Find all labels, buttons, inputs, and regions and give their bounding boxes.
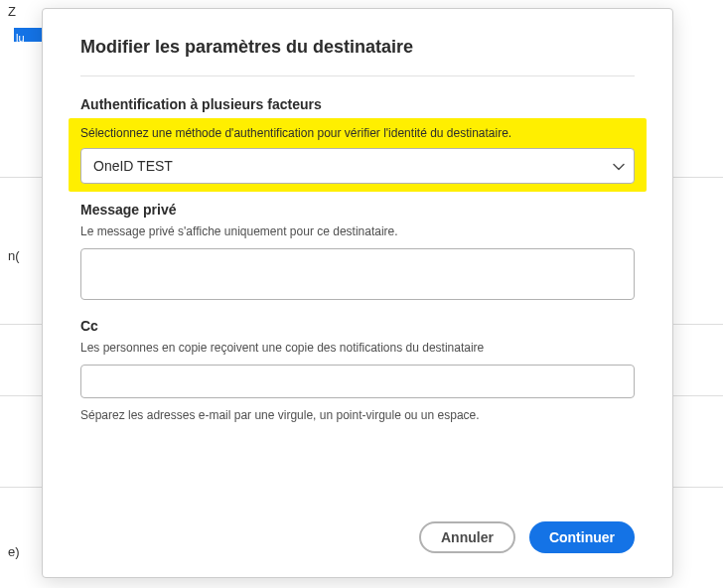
private-message-section: Message privé Le message privé s'affiche… bbox=[80, 202, 635, 304]
cc-help: Les personnes en copie reçoivent une cop… bbox=[80, 340, 635, 357]
continue-button[interactable]: Continuer bbox=[529, 521, 635, 553]
modal-footer: Annuler Continuer bbox=[80, 502, 635, 553]
auth-highlight: Sélectionnez une méthode d'authentificat… bbox=[69, 118, 647, 192]
auth-help-text: Sélectionnez une méthode d'authentificat… bbox=[80, 126, 635, 140]
private-message-input[interactable] bbox=[80, 248, 635, 300]
modal-title: Modifier les paramètres du destinataire bbox=[80, 37, 635, 76]
cancel-button[interactable]: Annuler bbox=[419, 521, 515, 553]
auth-method-selected-value: OneID TEST bbox=[93, 158, 173, 174]
private-message-help: Le message privé s'affiche uniquement po… bbox=[80, 223, 635, 240]
bg-blue-chip: lu bbox=[14, 28, 42, 42]
bg-text: n( bbox=[8, 248, 20, 263]
bg-text: e) bbox=[8, 544, 20, 559]
private-message-heading: Message privé bbox=[80, 202, 635, 218]
recipient-settings-modal: Modifier les paramètres du destinataire … bbox=[42, 8, 673, 578]
cc-input[interactable] bbox=[80, 365, 635, 398]
cc-section: Cc Les personnes en copie reçoivent une … bbox=[80, 318, 635, 422]
auth-section: Authentification à plusieurs facteurs Sé… bbox=[80, 96, 635, 192]
auth-heading: Authentification à plusieurs facteurs bbox=[80, 96, 635, 112]
auth-method-select-wrapper: OneID TEST bbox=[80, 148, 635, 184]
auth-method-select[interactable]: OneID TEST bbox=[80, 148, 635, 184]
cc-heading: Cc bbox=[80, 318, 635, 334]
bg-text: Z bbox=[8, 4, 16, 19]
cc-hint: Séparez les adresses e-mail par une virg… bbox=[80, 408, 635, 422]
